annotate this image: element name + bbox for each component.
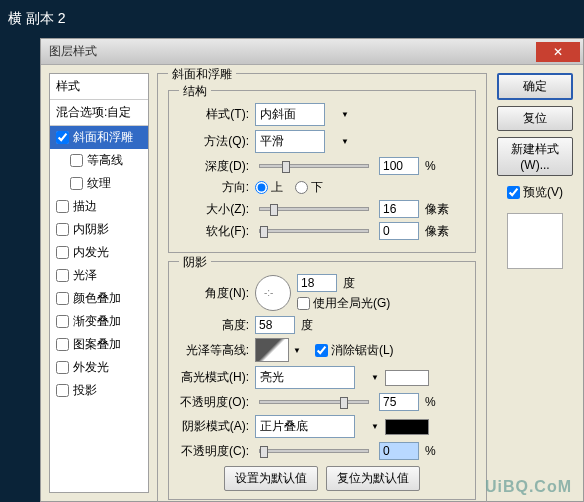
anti-alias-checkbox[interactable]: 消除锯齿(L) — [315, 342, 394, 359]
soften-input[interactable]: 0 — [379, 222, 419, 240]
chevron-down-icon[interactable]: ▼ — [371, 373, 379, 382]
size-input[interactable]: 16 — [379, 200, 419, 218]
style-checkbox[interactable] — [56, 315, 69, 328]
style-item-1[interactable]: 等高线 — [50, 149, 148, 172]
dialog-title: 图层样式 — [49, 43, 536, 60]
gloss-contour-picker[interactable] — [255, 338, 289, 362]
style-checkbox[interactable] — [56, 292, 69, 305]
angle-label: 角度(N): — [179, 285, 249, 302]
chevron-down-icon[interactable]: ▼ — [293, 346, 301, 355]
px-unit: 像素 — [425, 223, 449, 240]
style-item-label: 投影 — [73, 382, 97, 399]
angle-input[interactable]: 18 — [297, 274, 337, 292]
style-item-6[interactable]: 光泽 — [50, 264, 148, 287]
style-item-label: 内阴影 — [73, 221, 109, 238]
style-item-label: 等高线 — [87, 152, 123, 169]
technique-combo[interactable]: 平滑 — [255, 130, 325, 153]
highlight-opacity-slider[interactable] — [259, 400, 369, 404]
highlight-opacity-input[interactable]: 75 — [379, 393, 419, 411]
percent-unit: % — [425, 444, 436, 458]
style-item-label: 斜面和浮雕 — [73, 129, 133, 146]
depth-input[interactable]: 100 — [379, 157, 419, 175]
chevron-down-icon[interactable]: ▼ — [341, 137, 349, 146]
px-unit: 像素 — [425, 201, 449, 218]
layer-style-dialog: 图层样式 ✕ 样式 混合选项:自定 斜面和浮雕等高线纹理描边内阴影内发光光泽颜色… — [40, 38, 584, 502]
style-checkbox[interactable] — [56, 269, 69, 282]
style-item-label: 内发光 — [73, 244, 109, 261]
global-light-checkbox[interactable]: 使用全局光(G) — [297, 295, 390, 312]
preview-thumbnail — [507, 213, 563, 269]
percent-unit: % — [425, 159, 436, 173]
style-item-label: 颜色叠加 — [73, 290, 121, 307]
right-panel: 确定 复位 新建样式(W)... 预览(V) — [495, 73, 575, 493]
shadow-opacity-label: 不透明度(C): — [179, 443, 249, 460]
technique-value: 平滑 — [260, 133, 284, 150]
app-title: 横 副本 2 — [0, 0, 584, 38]
chevron-down-icon[interactable]: ▼ — [371, 422, 379, 431]
gloss-contour-label: 光泽等高线: — [179, 342, 249, 359]
angle-dial[interactable] — [255, 275, 291, 311]
titlebar: 图层样式 ✕ — [41, 39, 583, 65]
shadow-mode-combo[interactable]: 正片叠底 — [255, 415, 355, 438]
structure-group: 结构 样式(T): 内斜面 ▼ 方法(Q): 平滑 ▼ — [168, 90, 476, 253]
size-slider[interactable] — [259, 207, 369, 211]
close-button[interactable]: ✕ — [536, 42, 580, 62]
direction-down-radio[interactable]: 下 — [295, 179, 323, 196]
shading-group: 阴影 角度(N): 18 度 使用全局光(G) 高度 — [168, 261, 476, 500]
make-default-button[interactable]: 设置为默认值 — [224, 466, 318, 491]
altitude-input[interactable]: 58 — [255, 316, 295, 334]
style-checkbox[interactable] — [56, 131, 69, 144]
highlight-opacity-label: 不透明度(O): — [179, 394, 249, 411]
technique-label: 方法(Q): — [179, 133, 249, 150]
style-item-5[interactable]: 内发光 — [50, 241, 148, 264]
style-combo[interactable]: 内斜面 — [255, 103, 325, 126]
style-item-4[interactable]: 内阴影 — [50, 218, 148, 241]
soften-slider[interactable] — [259, 229, 369, 233]
degree-unit: 度 — [301, 317, 313, 334]
depth-label: 深度(D): — [179, 158, 249, 175]
soften-label: 软化(F): — [179, 223, 249, 240]
style-item-11[interactable]: 投影 — [50, 379, 148, 402]
style-item-label: 图案叠加 — [73, 336, 121, 353]
shadow-opacity-slider[interactable] — [259, 449, 369, 453]
style-checkbox[interactable] — [70, 154, 83, 167]
style-item-label: 描边 — [73, 198, 97, 215]
style-item-7[interactable]: 颜色叠加 — [50, 287, 148, 310]
degree-unit: 度 — [343, 275, 355, 292]
blend-options[interactable]: 混合选项:自定 — [50, 100, 148, 126]
style-item-9[interactable]: 图案叠加 — [50, 333, 148, 356]
highlight-color-swatch[interactable] — [385, 370, 429, 386]
highlight-mode-combo[interactable]: 亮光 — [255, 366, 355, 389]
new-style-button[interactable]: 新建样式(W)... — [497, 137, 573, 176]
style-checkbox[interactable] — [56, 338, 69, 351]
style-checkbox[interactable] — [56, 361, 69, 374]
shadow-color-swatch[interactable] — [385, 419, 429, 435]
style-label: 样式(T): — [179, 106, 249, 123]
bevel-emboss-group: 斜面和浮雕 结构 样式(T): 内斜面 ▼ 方法(Q): 平滑 — [157, 73, 487, 502]
style-item-2[interactable]: 纹理 — [50, 172, 148, 195]
preview-checkbox[interactable]: 预览(V) — [507, 184, 563, 201]
style-item-10[interactable]: 外发光 — [50, 356, 148, 379]
depth-slider[interactable] — [259, 164, 369, 168]
style-checkbox[interactable] — [56, 200, 69, 213]
direction-up-radio[interactable]: 上 — [255, 179, 283, 196]
style-item-0[interactable]: 斜面和浮雕 — [50, 126, 148, 149]
style-item-label: 外发光 — [73, 359, 109, 376]
shading-title: 阴影 — [179, 254, 211, 271]
style-checkbox[interactable] — [56, 223, 69, 236]
cancel-button[interactable]: 复位 — [497, 106, 573, 131]
style-checkbox[interactable] — [56, 384, 69, 397]
style-item-label: 渐变叠加 — [73, 313, 121, 330]
style-item-3[interactable]: 描边 — [50, 195, 148, 218]
style-checkbox[interactable] — [56, 246, 69, 259]
altitude-label: 高度: — [179, 317, 249, 334]
reset-default-button[interactable]: 复位为默认值 — [326, 466, 420, 491]
shadow-opacity-input[interactable]: 0 — [379, 442, 419, 460]
ok-button[interactable]: 确定 — [497, 73, 573, 100]
styles-panel: 样式 混合选项:自定 斜面和浮雕等高线纹理描边内阴影内发光光泽颜色叠加渐变叠加图… — [49, 73, 149, 493]
chevron-down-icon[interactable]: ▼ — [341, 110, 349, 119]
style-item-8[interactable]: 渐变叠加 — [50, 310, 148, 333]
main-panel: 斜面和浮雕 结构 样式(T): 内斜面 ▼ 方法(Q): 平滑 — [157, 73, 487, 493]
style-checkbox[interactable] — [70, 177, 83, 190]
percent-unit: % — [425, 395, 436, 409]
